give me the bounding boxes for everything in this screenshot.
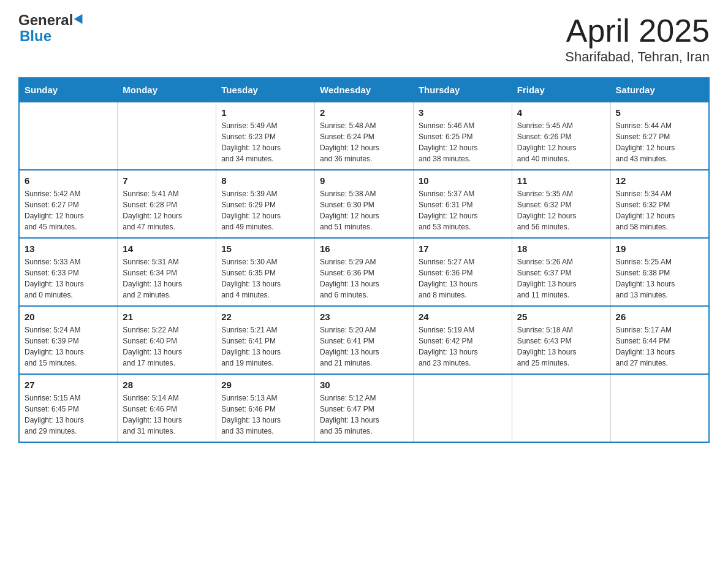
table-row: 17Sunrise: 5:27 AM Sunset: 6:36 PM Dayli… xyxy=(413,238,512,306)
table-row: 7Sunrise: 5:41 AM Sunset: 6:28 PM Daylig… xyxy=(118,170,216,238)
table-row: 8Sunrise: 5:39 AM Sunset: 6:29 PM Daylig… xyxy=(216,170,315,238)
col-friday: Friday xyxy=(512,78,610,102)
table-row: 24Sunrise: 5:19 AM Sunset: 6:42 PM Dayli… xyxy=(413,306,512,374)
day-info: Sunrise: 5:29 AM Sunset: 6:36 PM Dayligh… xyxy=(320,256,408,301)
day-info: Sunrise: 5:34 AM Sunset: 6:32 PM Dayligh… xyxy=(616,188,703,232)
day-info: Sunrise: 5:22 AM Sunset: 6:40 PM Dayligh… xyxy=(123,324,211,369)
day-number: 5 xyxy=(616,107,703,118)
calendar-table: Sunday Monday Tuesday Wednesday Thursday… xyxy=(18,77,710,443)
calendar-week-row: 6Sunrise: 5:42 AM Sunset: 6:27 PM Daylig… xyxy=(19,170,709,238)
day-info: Sunrise: 5:39 AM Sunset: 6:29 PM Dayligh… xyxy=(221,188,309,232)
day-number: 29 xyxy=(221,380,309,390)
day-info: Sunrise: 5:24 AM Sunset: 6:39 PM Dayligh… xyxy=(25,324,112,369)
day-number: 10 xyxy=(419,175,507,186)
day-number: 28 xyxy=(123,380,211,390)
col-saturday: Saturday xyxy=(610,78,709,102)
day-number: 13 xyxy=(25,243,112,254)
day-info: Sunrise: 5:21 AM Sunset: 6:41 PM Dayligh… xyxy=(221,324,309,369)
table-row: 28Sunrise: 5:14 AM Sunset: 6:46 PM Dayli… xyxy=(118,374,216,442)
table-row: 20Sunrise: 5:24 AM Sunset: 6:39 PM Dayli… xyxy=(19,306,118,374)
table-row xyxy=(118,102,216,170)
table-row: 13Sunrise: 5:33 AM Sunset: 6:33 PM Dayli… xyxy=(19,238,118,306)
logo: General Blue xyxy=(18,12,85,45)
day-info: Sunrise: 5:44 AM Sunset: 6:27 PM Dayligh… xyxy=(616,120,703,164)
table-row: 29Sunrise: 5:13 AM Sunset: 6:46 PM Dayli… xyxy=(216,374,315,442)
day-info: Sunrise: 5:20 AM Sunset: 6:41 PM Dayligh… xyxy=(320,324,408,369)
col-wednesday: Wednesday xyxy=(315,78,414,102)
table-row: 14Sunrise: 5:31 AM Sunset: 6:34 PM Dayli… xyxy=(118,238,216,306)
calendar-header-row: Sunday Monday Tuesday Wednesday Thursday… xyxy=(19,78,709,102)
table-row: 3Sunrise: 5:46 AM Sunset: 6:25 PM Daylig… xyxy=(413,102,512,170)
logo-triangle-icon xyxy=(74,14,87,26)
day-info: Sunrise: 5:45 AM Sunset: 6:26 PM Dayligh… xyxy=(517,120,605,164)
col-monday: Monday xyxy=(118,78,216,102)
day-info: Sunrise: 5:38 AM Sunset: 6:30 PM Dayligh… xyxy=(320,188,408,232)
day-number: 7 xyxy=(123,175,211,186)
calendar-week-row: 13Sunrise: 5:33 AM Sunset: 6:33 PM Dayli… xyxy=(19,238,709,306)
day-number: 18 xyxy=(517,243,605,254)
day-info: Sunrise: 5:42 AM Sunset: 6:27 PM Dayligh… xyxy=(25,188,112,232)
day-info: Sunrise: 5:30 AM Sunset: 6:35 PM Dayligh… xyxy=(221,256,309,301)
table-row xyxy=(413,374,512,442)
table-row: 9Sunrise: 5:38 AM Sunset: 6:30 PM Daylig… xyxy=(315,170,414,238)
logo-blue-text: Blue xyxy=(20,28,51,44)
day-info: Sunrise: 5:46 AM Sunset: 6:25 PM Dayligh… xyxy=(419,120,507,164)
day-number: 24 xyxy=(419,312,507,322)
logo-general-text: General xyxy=(18,12,73,28)
calendar-week-row: 27Sunrise: 5:15 AM Sunset: 6:45 PM Dayli… xyxy=(19,374,709,442)
table-row: 22Sunrise: 5:21 AM Sunset: 6:41 PM Dayli… xyxy=(216,306,315,374)
table-row: 30Sunrise: 5:12 AM Sunset: 6:47 PM Dayli… xyxy=(315,374,414,442)
day-number: 3 xyxy=(419,107,507,118)
table-row: 5Sunrise: 5:44 AM Sunset: 6:27 PM Daylig… xyxy=(610,102,709,170)
page-title: April 2025 xyxy=(565,12,710,49)
table-row: 11Sunrise: 5:35 AM Sunset: 6:32 PM Dayli… xyxy=(512,170,610,238)
day-number: 6 xyxy=(25,175,112,186)
table-row xyxy=(19,102,118,170)
day-number: 20 xyxy=(25,312,112,322)
day-info: Sunrise: 5:18 AM Sunset: 6:43 PM Dayligh… xyxy=(517,324,605,369)
table-row: 23Sunrise: 5:20 AM Sunset: 6:41 PM Dayli… xyxy=(315,306,414,374)
col-thursday: Thursday xyxy=(413,78,512,102)
day-number: 26 xyxy=(616,312,703,322)
col-tuesday: Tuesday xyxy=(216,78,315,102)
day-info: Sunrise: 5:25 AM Sunset: 6:38 PM Dayligh… xyxy=(616,256,703,301)
page-subtitle: Sharifabad, Tehran, Iran xyxy=(565,49,710,65)
day-number: 8 xyxy=(221,175,309,186)
table-row xyxy=(610,374,709,442)
page-header: General Blue April 2025 Sharifabad, Tehr… xyxy=(18,12,710,65)
day-number: 11 xyxy=(517,175,605,186)
day-info: Sunrise: 5:14 AM Sunset: 6:46 PM Dayligh… xyxy=(123,393,211,437)
table-row: 25Sunrise: 5:18 AM Sunset: 6:43 PM Dayli… xyxy=(512,306,610,374)
day-number: 27 xyxy=(25,380,112,390)
table-row: 4Sunrise: 5:45 AM Sunset: 6:26 PM Daylig… xyxy=(512,102,610,170)
calendar-week-row: 1Sunrise: 5:49 AM Sunset: 6:23 PM Daylig… xyxy=(19,102,709,170)
day-info: Sunrise: 5:48 AM Sunset: 6:24 PM Dayligh… xyxy=(320,120,408,164)
col-sunday: Sunday xyxy=(19,78,118,102)
table-row: 15Sunrise: 5:30 AM Sunset: 6:35 PM Dayli… xyxy=(216,238,315,306)
day-info: Sunrise: 5:49 AM Sunset: 6:23 PM Dayligh… xyxy=(221,120,309,164)
table-row: 2Sunrise: 5:48 AM Sunset: 6:24 PM Daylig… xyxy=(315,102,414,170)
day-info: Sunrise: 5:26 AM Sunset: 6:37 PM Dayligh… xyxy=(517,256,605,301)
day-info: Sunrise: 5:41 AM Sunset: 6:28 PM Dayligh… xyxy=(123,188,211,232)
day-number: 21 xyxy=(123,312,211,322)
day-number: 30 xyxy=(320,380,408,390)
title-block: April 2025 Sharifabad, Tehran, Iran xyxy=(565,12,710,65)
calendar-week-row: 20Sunrise: 5:24 AM Sunset: 6:39 PM Dayli… xyxy=(19,306,709,374)
table-row: 12Sunrise: 5:34 AM Sunset: 6:32 PM Dayli… xyxy=(610,170,709,238)
day-number: 17 xyxy=(419,243,507,254)
day-number: 15 xyxy=(221,243,309,254)
day-info: Sunrise: 5:19 AM Sunset: 6:42 PM Dayligh… xyxy=(419,324,507,369)
day-number: 2 xyxy=(320,107,408,118)
day-number: 25 xyxy=(517,312,605,322)
day-info: Sunrise: 5:13 AM Sunset: 6:46 PM Dayligh… xyxy=(221,393,309,437)
table-row: 26Sunrise: 5:17 AM Sunset: 6:44 PM Dayli… xyxy=(610,306,709,374)
day-number: 4 xyxy=(517,107,605,118)
day-number: 22 xyxy=(221,312,309,322)
table-row: 1Sunrise: 5:49 AM Sunset: 6:23 PM Daylig… xyxy=(216,102,315,170)
day-number: 1 xyxy=(221,107,309,118)
day-info: Sunrise: 5:37 AM Sunset: 6:31 PM Dayligh… xyxy=(419,188,507,232)
table-row xyxy=(512,374,610,442)
table-row: 6Sunrise: 5:42 AM Sunset: 6:27 PM Daylig… xyxy=(19,170,118,238)
day-number: 19 xyxy=(616,243,703,254)
day-number: 23 xyxy=(320,312,408,322)
